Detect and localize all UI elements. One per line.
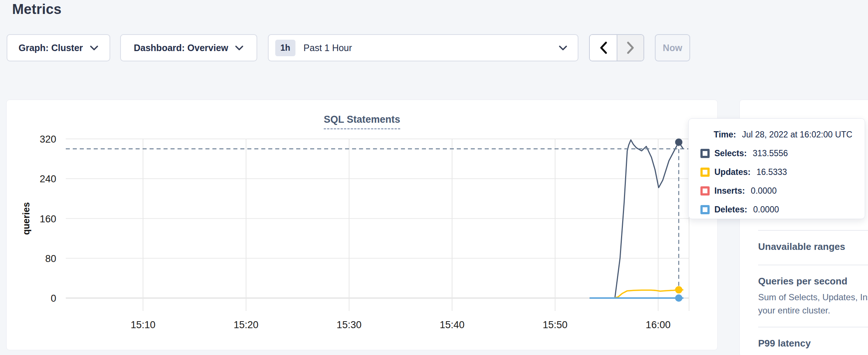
time-range-selector[interactable]: 1h Past 1 Hour xyxy=(268,34,578,61)
svg-text:160: 160 xyxy=(40,214,56,225)
svg-text:320: 320 xyxy=(40,134,56,145)
time-range-badge: 1h xyxy=(275,40,295,56)
tooltip-series-value: 313.5556 xyxy=(753,148,788,158)
chevron-right-icon xyxy=(627,42,635,54)
tooltip-series-label: Deletes: xyxy=(714,205,747,215)
tooltip-series-label: Updates: xyxy=(714,167,750,177)
svg-text:15:30: 15:30 xyxy=(337,319,362,330)
svg-text:15:10: 15:10 xyxy=(130,319,155,330)
graph-dropdown[interactable]: Graph: Cluster xyxy=(7,34,110,61)
svg-text:16:00: 16:00 xyxy=(646,319,671,330)
svg-text:queries: queries xyxy=(21,202,31,235)
chevron-down-icon xyxy=(559,45,567,51)
sidebar-divider xyxy=(758,230,868,231)
legend-swatch-icon xyxy=(700,186,710,196)
chart-title[interactable]: SQL Statements xyxy=(324,114,400,129)
chevron-left-icon xyxy=(599,42,607,54)
tooltip-series-value: 16.5333 xyxy=(756,167,787,177)
time-nav-group xyxy=(589,34,644,61)
summary-sidebar-items: Unavailable rangesQueries per secondSum … xyxy=(758,230,868,355)
tooltip-time-row: Time: Jul 28, 2022 at 16:02:00 UTC xyxy=(700,130,854,140)
legend-swatch-icon xyxy=(700,205,710,214)
svg-text:15:40: 15:40 xyxy=(440,319,465,330)
time-range-label: Past 1 Hour xyxy=(304,43,559,53)
tooltip-legend-row: Inserts:0.0000 xyxy=(700,186,854,196)
graph-dropdown-label: Graph: Cluster xyxy=(18,43,83,53)
sql-statements-card: 08016024032015:1015:2015:3015:4015:5016:… xyxy=(6,100,718,350)
chevron-down-icon xyxy=(235,45,244,51)
dashboard-dropdown-label: Dashboard: Overview xyxy=(134,43,228,53)
page-title: Metrics xyxy=(12,1,61,17)
legend-swatch-icon xyxy=(700,149,710,158)
tooltip-series-label: Selects: xyxy=(714,148,747,158)
dashboard-dropdown[interactable]: Dashboard: Overview xyxy=(120,34,257,61)
sql-statements-chart[interactable]: 08016024032015:1015:2015:3015:4015:5016:… xyxy=(7,100,718,339)
sidebar-divider xyxy=(758,265,868,265)
tooltip-series-value: 0.0000 xyxy=(751,186,776,196)
legend-swatch-icon xyxy=(700,168,710,177)
prev-time-button[interactable] xyxy=(590,35,617,61)
toolbar: Graph: Cluster Dashboard: Overview 1h Pa… xyxy=(0,34,868,61)
sidebar-divider xyxy=(758,327,868,327)
svg-text:80: 80 xyxy=(45,253,56,264)
tooltip-time-label: Time: xyxy=(714,130,736,140)
sidebar-item-title: Unavailable ranges xyxy=(758,241,868,252)
svg-text:240: 240 xyxy=(40,173,56,184)
chart-title-wrap: SQL Statements xyxy=(7,114,717,129)
tooltip-legend-row: Updates:16.5333 xyxy=(700,167,854,177)
next-time-button[interactable] xyxy=(617,35,643,61)
sidebar-item-description: Sum of Selects, Updates, Inser xyxy=(758,291,868,304)
chart-tooltip: Time: Jul 28, 2022 at 16:02:00 UTC Selec… xyxy=(688,118,865,219)
now-button[interactable]: Now xyxy=(655,34,690,61)
svg-text:15:50: 15:50 xyxy=(543,319,568,330)
tooltip-legend-row: Deletes:0.0000 xyxy=(700,205,854,215)
sidebar-item-title: Queries per second xyxy=(758,276,868,287)
svg-text:15:20: 15:20 xyxy=(234,319,259,330)
chevron-down-icon xyxy=(90,45,98,51)
tooltip-series-label: Inserts: xyxy=(714,186,745,196)
tooltip-series-value: 0.0000 xyxy=(753,205,779,215)
sidebar-item-description: your entire cluster. xyxy=(758,304,868,317)
metrics-page: Metrics Graph: Cluster Dashboard: Overvi… xyxy=(0,0,868,355)
tooltip-legend-row: Selects:313.5556 xyxy=(700,148,854,158)
tooltip-time-value: Jul 28, 2022 at 16:02:00 UTC xyxy=(742,130,852,140)
sidebar-item-title: P99 latency xyxy=(758,338,868,349)
tooltip-legend-rows: Selects:313.5556Updates:16.5333Inserts:0… xyxy=(700,148,854,215)
svg-text:0: 0 xyxy=(51,293,56,304)
